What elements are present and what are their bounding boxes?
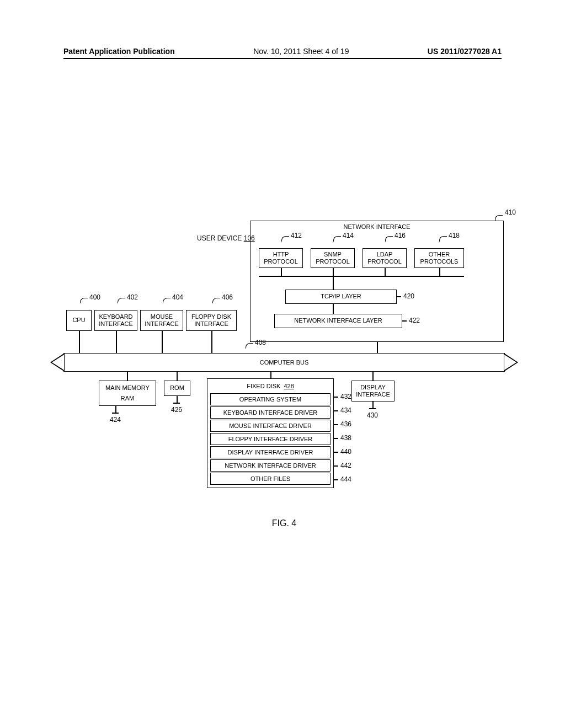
t [334, 424, 338, 425]
ref-418: 418 [449, 232, 460, 239]
ref-416: 416 [395, 232, 406, 239]
ref-402: 402 [127, 293, 138, 301]
c [377, 342, 378, 353]
header-center: Nov. 10, 2011 Sheet 4 of 19 [253, 47, 349, 56]
c [372, 372, 374, 381]
t [402, 320, 407, 322]
ref-406: 406 [222, 293, 233, 301]
ref-424: 424 [110, 416, 121, 424]
ref-434: 434 [340, 406, 351, 414]
ref-hook [246, 343, 253, 349]
c [385, 268, 386, 276]
c [127, 372, 128, 381]
c [173, 403, 180, 404]
t [334, 410, 338, 411]
header-left: Patent Application Publication [63, 47, 175, 56]
l: KEYBOARD INTERFACE DRIVER [223, 409, 318, 416]
t [334, 479, 338, 480]
l: RAM [121, 395, 134, 402]
c [177, 372, 178, 381]
c [333, 304, 334, 314]
computer-bus: COMPUTER BUS [63, 353, 505, 372]
l: CPU [72, 317, 85, 324]
ref-hook [212, 298, 220, 303]
l: MAIN MEMORY [105, 384, 150, 392]
other-protocols-box: OTHER PROTOCOLS [414, 248, 464, 268]
l: OTHER [429, 251, 450, 258]
ref-hook [495, 215, 503, 221]
l: FLOPPY DISK [191, 313, 231, 320]
ref-422: 422 [409, 317, 420, 324]
l: FIXED DISK [247, 383, 280, 389]
ldap-protocol-box: LDAP PROTOCOL [363, 248, 407, 268]
figure-diagram: USER DEVICE 106 NETWORK INTERFACE 410 HT… [63, 215, 505, 535]
ref-408: 408 [255, 339, 266, 346]
header-right: US 2011/0277028 A1 [428, 47, 502, 56]
l: INTERFACE [194, 320, 228, 328]
mouse-interface-box: MOUSE INTERFACE [140, 310, 183, 331]
ref-438: 438 [340, 434, 351, 442]
c [281, 268, 282, 276]
l: HTTP [273, 251, 289, 258]
ref-414: 414 [343, 232, 354, 239]
ref-432: 432 [340, 393, 351, 400]
user-device-text: USER DEVICE [197, 234, 242, 242]
cpu-box: CPU [66, 310, 92, 331]
fixed-disk-box: FIXED DISK 428 OPERATING SYSTEM KEYBOARD… [207, 378, 334, 488]
l: NETWORK INTERFACE DRIVER [225, 462, 316, 469]
l: TCP/IP LAYER [321, 293, 361, 300]
ref-436: 436 [340, 420, 351, 428]
kbd-driver-item: KEYBOARD INTERFACE DRIVER [210, 406, 331, 419]
t [397, 296, 401, 297]
snmp-protocol-box: SNMP PROTOCOL [311, 248, 355, 268]
ref-420: 420 [403, 292, 414, 300]
ref-444: 444 [340, 475, 351, 483]
t [334, 465, 338, 467]
proto-bus-line [259, 276, 464, 277]
ref-404: 404 [172, 293, 183, 301]
l: 428 [284, 383, 294, 389]
c [333, 276, 334, 290]
l: INTERFACE [145, 320, 179, 328]
floppy-interface-box: FLOPPY DISK INTERFACE [186, 310, 237, 331]
user-device-label: USER DEVICE 106 [197, 234, 255, 242]
ref-hook [439, 236, 447, 242]
t [334, 452, 338, 453]
l: OTHER FILES [250, 475, 290, 482]
ref-hook [333, 236, 341, 242]
ref-hook [163, 298, 170, 303]
l: OPERATING SYSTEM [239, 396, 301, 403]
network-interface-title: NETWORK INTERFACE [250, 223, 503, 230]
bus-arrow-right-icon [504, 353, 518, 372]
bus-arrow-left-icon [50, 353, 65, 372]
http-protocol-box: HTTP PROTOCOL [259, 248, 303, 268]
l: FLOPPY INTERFACE DRIVER [228, 436, 313, 442]
t [334, 397, 338, 398]
c [162, 331, 163, 353]
c [116, 331, 117, 353]
t [334, 438, 338, 439]
l: DISPLAY INTERFACE DRIVER [228, 449, 313, 456]
ref-400: 400 [89, 293, 100, 301]
ref-426: 426 [171, 406, 182, 414]
c [112, 413, 119, 414]
ref-410: 410 [505, 208, 516, 216]
l: DISPLAY [360, 384, 386, 391]
network-driver-item: NETWORK INTERFACE DRIVER [210, 459, 331, 472]
display-driver-item: DISPLAY INTERFACE DRIVER [210, 446, 331, 458]
ref-412: 412 [291, 232, 302, 239]
os-item: OPERATING SYSTEM [210, 393, 331, 405]
l: PROTOCOLS [420, 258, 459, 265]
keyboard-interface-box: KEYBOARD INTERFACE [94, 310, 137, 331]
mouse-driver-item: MOUSE INTERFACE DRIVER [210, 420, 331, 432]
ref-hook [118, 298, 125, 303]
l: MOUSE INTERFACE DRIVER [229, 422, 312, 429]
figure-caption: FIG. 4 [63, 518, 505, 528]
page-header: Patent Application Publication Nov. 10, … [63, 47, 502, 59]
ref-hook [80, 298, 88, 303]
tcpip-layer-box: TCP/IP LAYER [285, 290, 397, 304]
l: SNMP [324, 251, 342, 258]
network-interface-layer-box: NETWORK INTERFACE LAYER [274, 314, 402, 328]
ref-hook [281, 236, 289, 242]
l: ROM [170, 384, 184, 392]
